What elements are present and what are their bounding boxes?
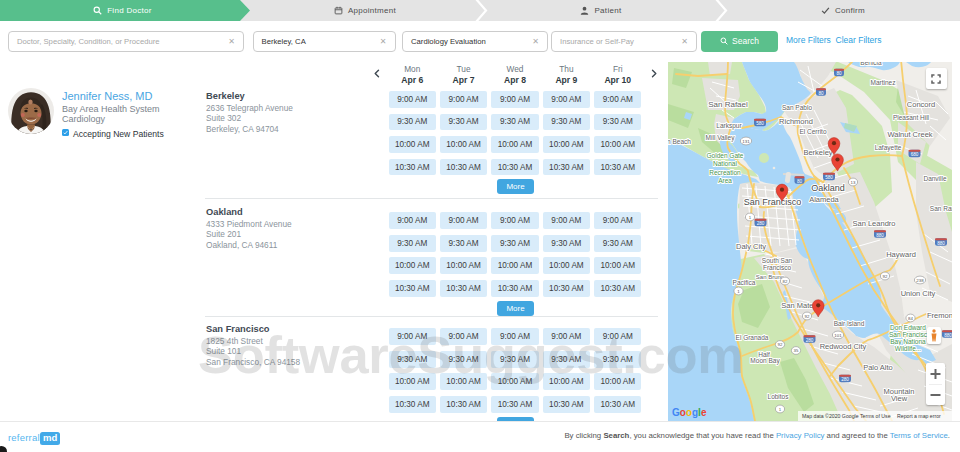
svg-text:Recreation: Recreation xyxy=(709,169,741,176)
svg-text:Daly City: Daly City xyxy=(736,242,766,251)
svg-text:Hayward: Hayward xyxy=(886,250,916,259)
svg-text:Golden Gate: Golden Gate xyxy=(707,152,744,159)
svg-text:Lafayette: Lafayette xyxy=(875,144,902,152)
svg-text:580: 580 xyxy=(825,175,833,180)
svg-text:880: 880 xyxy=(876,233,884,238)
svg-text:13: 13 xyxy=(851,180,856,185)
svg-text:Moon Bay: Moon Bay xyxy=(750,357,780,365)
svg-text:92: 92 xyxy=(805,314,810,319)
svg-text:92: 92 xyxy=(883,274,888,279)
svg-text:Area: Area xyxy=(718,177,732,184)
svg-text:San Rafael: San Rafael xyxy=(708,100,748,109)
svg-text:San Leandro: San Leandro xyxy=(853,219,896,228)
svg-text:Don Edward: Don Edward xyxy=(890,324,926,331)
svg-text:Union City: Union City xyxy=(901,289,936,298)
svg-text:Danville: Danville xyxy=(923,175,947,182)
svg-text:Redwood City: Redwood City xyxy=(820,342,867,351)
svg-text:880: 880 xyxy=(944,333,952,338)
svg-text:San Ramon: San Ramon xyxy=(930,205,952,212)
svg-text:80: 80 xyxy=(818,91,824,96)
svg-text:280: 280 xyxy=(841,377,849,382)
svg-text:San Pablo: San Pablo xyxy=(782,104,812,111)
svg-text:National: National xyxy=(713,160,737,167)
svg-text:Francisco: Francisco xyxy=(763,264,792,271)
svg-text:Pleasant Hill: Pleasant Hill xyxy=(893,114,930,121)
svg-text:80: 80 xyxy=(836,71,842,76)
svg-text:Mill Valley: Mill Valley xyxy=(706,134,736,142)
svg-text:El Cerrito: El Cerrito xyxy=(799,128,826,135)
svg-text:Berkeley: Berkeley xyxy=(803,148,832,157)
svg-text:View: View xyxy=(891,394,908,403)
svg-text:84: 84 xyxy=(908,316,913,321)
svg-text:Walnut Creek: Walnut Creek xyxy=(887,130,932,139)
svg-text:South San: South San xyxy=(762,257,793,264)
svg-text:Alameda: Alameda xyxy=(809,195,839,204)
svg-text:680: 680 xyxy=(911,152,919,157)
svg-text:Martinez: Martinez xyxy=(871,79,896,86)
svg-text:131: 131 xyxy=(742,139,750,144)
svg-text:Oakland: Oakland xyxy=(811,183,845,193)
svg-text:Richmond: Richmond xyxy=(779,117,813,126)
svg-text:280: 280 xyxy=(757,221,765,226)
svg-text:Bair Island: Bair Island xyxy=(834,320,865,327)
svg-text:San Bruno: San Bruno xyxy=(756,274,785,280)
svg-text:San Francisc: San Francisc xyxy=(889,331,928,338)
svg-text:Wildlife...: Wildlife... xyxy=(895,345,922,352)
svg-text:Palo Alto: Palo Alto xyxy=(863,363,893,372)
svg-text:Pacifica: Pacifica xyxy=(733,279,756,286)
svg-text:inson Beach: inson Beach xyxy=(668,138,691,145)
svg-text:Benicia: Benicia xyxy=(860,62,882,66)
svg-text:Concord: Concord xyxy=(907,100,935,109)
svg-text:Fremont: Fremont xyxy=(927,311,952,320)
svg-text:92: 92 xyxy=(778,342,783,347)
svg-text:880: 880 xyxy=(937,241,945,246)
svg-text:San Francisco: San Francisco xyxy=(744,197,802,207)
svg-text:101: 101 xyxy=(834,333,842,338)
svg-text:82: 82 xyxy=(783,279,788,284)
svg-text:Lobitos: Lobitos xyxy=(768,393,790,400)
svg-text:238: 238 xyxy=(916,278,924,283)
svg-text:80: 80 xyxy=(797,179,803,184)
svg-text:280: 280 xyxy=(806,338,814,343)
svg-text:Larkspur: Larkspur xyxy=(716,122,742,130)
svg-text:35: 35 xyxy=(794,348,799,353)
svg-text:580: 580 xyxy=(756,121,764,126)
